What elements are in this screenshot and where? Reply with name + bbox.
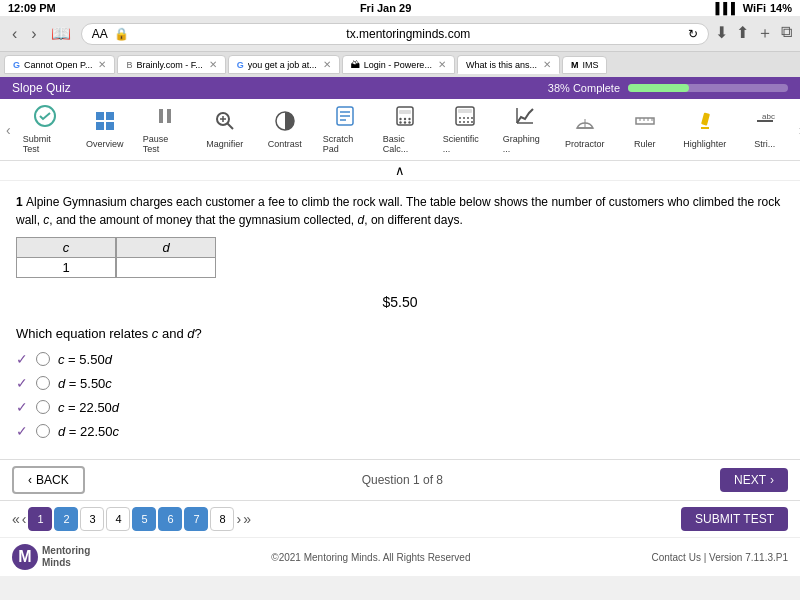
graphing-label: Graphing ... bbox=[503, 134, 547, 154]
svg-point-21 bbox=[399, 121, 401, 123]
tool-highlighter[interactable]: Highlighter bbox=[675, 108, 735, 151]
submit-test-button[interactable]: SUBMIT TEST bbox=[681, 507, 788, 531]
answer-choice-c[interactable]: ✓ c = 22.50d bbox=[16, 399, 784, 415]
battery-indicator: 14% bbox=[770, 2, 792, 14]
tool-contrast[interactable]: Contrast bbox=[255, 108, 315, 151]
svg-rect-25 bbox=[458, 109, 472, 113]
page-first-button[interactable]: « bbox=[12, 511, 20, 527]
graphing-icon bbox=[514, 105, 536, 132]
refresh-button[interactable]: ↻ bbox=[688, 27, 698, 41]
address-bar[interactable]: AA 🔒 tx.mentoringminds.com ↻ bbox=[81, 23, 709, 45]
table-header-c: c bbox=[17, 238, 115, 258]
toolbar-next-button[interactable]: › bbox=[795, 118, 800, 142]
svg-point-31 bbox=[463, 121, 465, 123]
svg-rect-43 bbox=[701, 112, 710, 125]
back-nav-button[interactable]: ‹ bbox=[8, 23, 21, 45]
close-tab-what[interactable]: ✕ bbox=[543, 59, 551, 70]
tab-google[interactable]: G Cannot Open P... ✕ bbox=[4, 55, 115, 74]
tabs-icon[interactable]: ⧉ bbox=[781, 23, 792, 44]
next-button[interactable]: NEXT › bbox=[720, 468, 788, 492]
radio-c[interactable] bbox=[36, 400, 50, 414]
svg-point-20 bbox=[408, 118, 410, 120]
new-tab-icon[interactable]: ＋ bbox=[757, 23, 773, 44]
price-value: $5.50 bbox=[382, 294, 417, 310]
reader-mode-button[interactable]: 📖 bbox=[47, 22, 75, 45]
svg-point-28 bbox=[467, 117, 469, 119]
tool-pause-test[interactable]: Pause Test bbox=[135, 103, 195, 156]
page-prev-button[interactable]: ‹ bbox=[22, 511, 27, 527]
close-tab-brainly[interactable]: ✕ bbox=[209, 59, 217, 70]
url-display: tx.mentoringminds.com bbox=[135, 27, 682, 41]
tool-magnifier[interactable]: Magnifier bbox=[195, 108, 255, 151]
svg-rect-2 bbox=[106, 112, 114, 120]
back-button[interactable]: ‹ BACK bbox=[12, 466, 85, 494]
tab-login[interactable]: 🏔 Login - Powere... ✕ bbox=[342, 55, 455, 74]
tab-google2[interactable]: G you get a job at... ✕ bbox=[228, 55, 340, 74]
answer-choice-a[interactable]: ✓ c = 5.50d bbox=[16, 351, 784, 367]
chevron-row[interactable]: ∧ bbox=[0, 161, 800, 181]
answer-choice-d[interactable]: ✓ d = 22.50c bbox=[16, 423, 784, 439]
page-last-button[interactable]: » bbox=[243, 511, 251, 527]
toolbar-prev-button[interactable]: ‹ bbox=[2, 118, 15, 142]
tool-strikethrough[interactable]: abc Stri... bbox=[735, 108, 795, 151]
tool-scratch-pad[interactable]: Scratch Pad bbox=[315, 103, 375, 156]
overview-label: Overview bbox=[86, 139, 124, 149]
page-5-button[interactable]: 5 bbox=[132, 507, 156, 531]
page-3-button[interactable]: 3 bbox=[80, 507, 104, 531]
svg-rect-5 bbox=[159, 109, 163, 123]
tool-graphing[interactable]: Graphing ... bbox=[495, 103, 555, 156]
radio-b[interactable] bbox=[36, 376, 50, 390]
table-cell-d1 bbox=[117, 258, 215, 277]
svg-point-33 bbox=[471, 121, 473, 123]
svg-rect-38 bbox=[636, 118, 654, 124]
share-icon[interactable]: ⬆ bbox=[736, 23, 749, 44]
forward-nav-button[interactable]: › bbox=[27, 23, 40, 45]
next-label: NEXT bbox=[734, 473, 766, 487]
close-tab-login[interactable]: ✕ bbox=[438, 59, 446, 70]
page-next-button[interactable]: › bbox=[236, 511, 241, 527]
tool-submit-test[interactable]: Submit Test bbox=[15, 103, 75, 156]
basic-calc-label: Basic Calc... bbox=[383, 134, 427, 154]
tab-ims[interactable]: M IMS bbox=[562, 56, 608, 74]
strikethrough-icon: abc bbox=[754, 110, 776, 137]
contrast-label: Contrast bbox=[268, 139, 302, 149]
radio-a[interactable] bbox=[36, 352, 50, 366]
close-tab-google2[interactable]: ✕ bbox=[323, 59, 331, 70]
footer: M Mentoring Minds ©2021 Mentoring Minds.… bbox=[0, 537, 800, 576]
logo-m-letter: M bbox=[18, 548, 31, 566]
answer-choice-b[interactable]: ✓ d = 5.50c bbox=[16, 375, 784, 391]
font-size-label: AA bbox=[92, 27, 108, 41]
logo-icon: M bbox=[12, 544, 38, 570]
page-2-button[interactable]: 2 bbox=[54, 507, 78, 531]
radio-d[interactable] bbox=[36, 424, 50, 438]
tool-protractor[interactable]: Protractor bbox=[555, 108, 615, 151]
download-icon[interactable]: ⬇ bbox=[715, 23, 728, 44]
contact-text: Contact Us | Version 7.11.3.P1 bbox=[651, 552, 788, 563]
page-1-button[interactable]: 1 bbox=[28, 507, 52, 531]
copyright-text: ©2021 Mentoring Minds. All Rights Reserv… bbox=[271, 552, 470, 563]
svg-point-23 bbox=[408, 121, 410, 123]
tool-ruler[interactable]: Ruler bbox=[615, 108, 675, 151]
progress-label: 38% Complete bbox=[548, 82, 620, 94]
tool-basic-calc[interactable]: Basic Calc... bbox=[375, 103, 435, 156]
tab-brainly[interactable]: B Brainly.com - F... ✕ bbox=[117, 55, 225, 74]
page-4-button[interactable]: 4 bbox=[106, 507, 130, 531]
page-8-button[interactable]: 8 bbox=[210, 507, 234, 531]
tab-what[interactable]: What is this ans... ✕ bbox=[457, 55, 560, 74]
browser-tabs: G Cannot Open P... ✕ B Brainly.com - F..… bbox=[0, 52, 800, 77]
back-label: BACK bbox=[36, 473, 69, 487]
pause-test-label: Pause Test bbox=[143, 134, 187, 154]
question-text: Alpine Gymnasium charges each customer a… bbox=[16, 195, 780, 227]
page-7-button[interactable]: 7 bbox=[184, 507, 208, 531]
tool-scientific[interactable]: Scientific ... bbox=[435, 103, 495, 156]
close-tab-google[interactable]: ✕ bbox=[98, 59, 106, 70]
choice-c-text: c = 22.50d bbox=[58, 400, 119, 415]
toolbar-wrapper: ‹ Submit Test Overview Pause Test Magnif… bbox=[0, 99, 800, 161]
svg-text:abc: abc bbox=[762, 112, 775, 121]
svg-point-30 bbox=[459, 121, 461, 123]
table-cell-c1: 1 bbox=[17, 258, 115, 277]
tool-overview[interactable]: Overview bbox=[75, 108, 135, 151]
check-icon-a: ✓ bbox=[16, 351, 28, 367]
page-6-button[interactable]: 6 bbox=[158, 507, 182, 531]
status-bar: 12:09 PM Fri Jan 29 ▌▌▌ WiFi 14% bbox=[0, 0, 800, 16]
